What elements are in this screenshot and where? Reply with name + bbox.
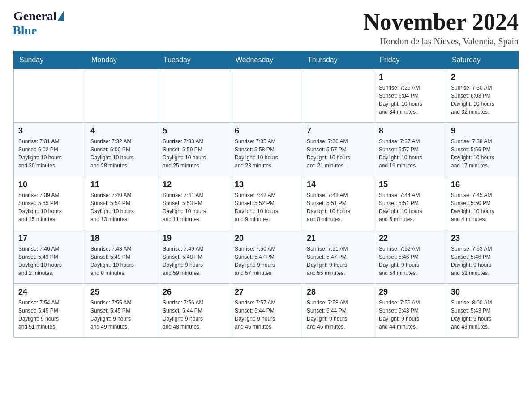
- calendar-cell: 19Sunrise: 7:49 AMSunset: 5:48 PMDayligh…: [158, 230, 230, 284]
- calendar-cell: 27Sunrise: 7:57 AMSunset: 5:44 PMDayligh…: [230, 284, 302, 338]
- calendar-cell: 13Sunrise: 7:42 AMSunset: 5:52 PMDayligh…: [230, 176, 302, 230]
- day-info: Sunrise: 7:57 AMSunset: 5:44 PMDaylight:…: [235, 299, 297, 331]
- day-info: Sunrise: 7:37 AMSunset: 5:57 PMDaylight:…: [379, 137, 442, 170]
- month-title: November 2024: [363, 9, 519, 34]
- day-number: 27: [235, 287, 297, 297]
- day-info: Sunrise: 7:53 AMSunset: 5:46 PMDaylight:…: [451, 245, 514, 277]
- day-info: Sunrise: 7:45 AMSunset: 5:50 PMDaylight:…: [451, 191, 514, 223]
- logo-blue-text: Blue: [13, 23, 37, 38]
- day-info: Sunrise: 7:38 AMSunset: 5:56 PMDaylight:…: [451, 137, 514, 170]
- calendar-cell: 10Sunrise: 7:39 AMSunset: 5:55 PMDayligh…: [14, 176, 86, 230]
- day-number: 17: [18, 234, 81, 243]
- day-info: Sunrise: 7:49 AMSunset: 5:48 PMDaylight:…: [163, 245, 225, 277]
- calendar-cell: 18Sunrise: 7:48 AMSunset: 5:49 PMDayligh…: [86, 230, 158, 284]
- calendar-cell: 26Sunrise: 7:56 AMSunset: 5:44 PMDayligh…: [158, 284, 230, 338]
- calendar-cell: [14, 69, 86, 123]
- calendar-cell: 8Sunrise: 7:37 AMSunset: 5:57 PMDaylight…: [374, 123, 446, 176]
- day-info: Sunrise: 7:46 AMSunset: 5:49 PMDaylight:…: [18, 245, 81, 277]
- calendar-cell: 7Sunrise: 7:36 AMSunset: 5:57 PMDaylight…: [302, 123, 374, 176]
- day-number: 14: [307, 180, 369, 189]
- calendar-cell: 28Sunrise: 7:58 AMSunset: 5:44 PMDayligh…: [302, 284, 374, 338]
- column-header-wednesday: Wednesday: [230, 51, 302, 69]
- day-info: Sunrise: 7:31 AMSunset: 6:02 PMDaylight:…: [18, 137, 81, 170]
- logo-general-text: General: [13, 9, 56, 23]
- logo-triangle-icon: [57, 11, 64, 21]
- calendar-cell: [86, 69, 158, 123]
- day-number: 24: [18, 287, 81, 297]
- calendar-cell: 29Sunrise: 7:59 AMSunset: 5:43 PMDayligh…: [374, 284, 446, 338]
- calendar-cell: 2Sunrise: 7:30 AMSunset: 6:03 PMDaylight…: [446, 69, 519, 123]
- day-number: 1: [379, 73, 442, 82]
- day-number: 26: [163, 287, 225, 297]
- calendar-cell: 6Sunrise: 7:35 AMSunset: 5:58 PMDaylight…: [230, 123, 302, 176]
- day-info: Sunrise: 7:51 AMSunset: 5:47 PMDaylight:…: [307, 245, 369, 277]
- calendar-cell: 16Sunrise: 7:45 AMSunset: 5:50 PMDayligh…: [446, 176, 519, 230]
- calendar-cell: 5Sunrise: 7:33 AMSunset: 5:59 PMDaylight…: [158, 123, 230, 176]
- day-number: 2: [451, 73, 514, 82]
- calendar-cell: 9Sunrise: 7:38 AMSunset: 5:56 PMDaylight…: [446, 123, 519, 176]
- logo: General Blue: [13, 9, 64, 38]
- day-info: Sunrise: 7:39 AMSunset: 5:55 PMDaylight:…: [18, 191, 81, 223]
- calendar-week-row: 1Sunrise: 7:29 AMSunset: 6:04 PMDaylight…: [14, 69, 519, 123]
- day-info: Sunrise: 8:00 AMSunset: 5:43 PMDaylight:…: [451, 299, 514, 331]
- column-header-tuesday: Tuesday: [158, 51, 230, 69]
- day-number: 8: [379, 126, 442, 136]
- day-info: Sunrise: 7:40 AMSunset: 5:54 PMDaylight:…: [90, 191, 153, 223]
- day-info: Sunrise: 7:48 AMSunset: 5:49 PMDaylight:…: [90, 245, 153, 277]
- day-info: Sunrise: 7:56 AMSunset: 5:44 PMDaylight:…: [163, 299, 225, 331]
- day-number: 11: [90, 180, 153, 189]
- page-header: General Blue November 2024 Hondon de las…: [13, 9, 519, 47]
- calendar-cell: 24Sunrise: 7:54 AMSunset: 5:45 PMDayligh…: [14, 284, 86, 338]
- day-info: Sunrise: 7:43 AMSunset: 5:51 PMDaylight:…: [307, 191, 369, 223]
- day-number: 16: [451, 180, 514, 189]
- day-number: 23: [451, 234, 514, 243]
- calendar-cell: 22Sunrise: 7:52 AMSunset: 5:46 PMDayligh…: [374, 230, 446, 284]
- day-info: Sunrise: 7:50 AMSunset: 5:47 PMDaylight:…: [235, 245, 297, 277]
- day-number: 18: [90, 234, 153, 243]
- calendar-cell: 25Sunrise: 7:55 AMSunset: 5:45 PMDayligh…: [86, 284, 158, 338]
- calendar-week-row: 24Sunrise: 7:54 AMSunset: 5:45 PMDayligh…: [14, 284, 519, 338]
- day-number: 7: [307, 126, 369, 136]
- column-header-monday: Monday: [86, 51, 158, 69]
- day-info: Sunrise: 7:35 AMSunset: 5:58 PMDaylight:…: [235, 137, 297, 170]
- day-info: Sunrise: 7:36 AMSunset: 5:57 PMDaylight:…: [307, 137, 369, 170]
- day-number: 3: [18, 126, 81, 136]
- day-number: 29: [379, 287, 442, 297]
- day-number: 22: [379, 234, 442, 243]
- column-header-thursday: Thursday: [302, 51, 374, 69]
- day-info: Sunrise: 7:29 AMSunset: 6:04 PMDaylight:…: [379, 84, 442, 116]
- day-info: Sunrise: 7:58 AMSunset: 5:44 PMDaylight:…: [307, 299, 369, 331]
- title-block: November 2024 Hondon de las Nieves, Vale…: [363, 9, 519, 47]
- calendar-cell: 17Sunrise: 7:46 AMSunset: 5:49 PMDayligh…: [14, 230, 86, 284]
- calendar-cell: 11Sunrise: 7:40 AMSunset: 5:54 PMDayligh…: [86, 176, 158, 230]
- day-info: Sunrise: 7:59 AMSunset: 5:43 PMDaylight:…: [379, 299, 442, 331]
- calendar-table: SundayMondayTuesdayWednesdayThursdayFrid…: [13, 51, 519, 338]
- day-info: Sunrise: 7:41 AMSunset: 5:53 PMDaylight:…: [163, 191, 225, 223]
- calendar-cell: [230, 69, 302, 123]
- day-number: 4: [90, 126, 153, 136]
- calendar-week-row: 3Sunrise: 7:31 AMSunset: 6:02 PMDaylight…: [14, 123, 519, 176]
- calendar-cell: 30Sunrise: 8:00 AMSunset: 5:43 PMDayligh…: [446, 284, 519, 338]
- calendar-header-row: SundayMondayTuesdayWednesdayThursdayFrid…: [14, 51, 519, 69]
- day-number: 15: [379, 180, 442, 189]
- calendar-cell: [302, 69, 374, 123]
- calendar-cell: 21Sunrise: 7:51 AMSunset: 5:47 PMDayligh…: [302, 230, 374, 284]
- column-header-saturday: Saturday: [446, 51, 519, 69]
- column-header-sunday: Sunday: [14, 51, 86, 69]
- column-header-friday: Friday: [374, 51, 446, 69]
- calendar-cell: 4Sunrise: 7:32 AMSunset: 6:00 PMDaylight…: [86, 123, 158, 176]
- day-info: Sunrise: 7:33 AMSunset: 5:59 PMDaylight:…: [163, 137, 225, 170]
- calendar-cell: 3Sunrise: 7:31 AMSunset: 6:02 PMDaylight…: [14, 123, 86, 176]
- day-number: 10: [18, 180, 81, 189]
- day-number: 13: [235, 180, 297, 189]
- day-info: Sunrise: 7:44 AMSunset: 5:51 PMDaylight:…: [379, 191, 442, 223]
- calendar-cell: 15Sunrise: 7:44 AMSunset: 5:51 PMDayligh…: [374, 176, 446, 230]
- day-number: 25: [90, 287, 153, 297]
- day-info: Sunrise: 7:55 AMSunset: 5:45 PMDaylight:…: [90, 299, 153, 331]
- calendar-cell: 20Sunrise: 7:50 AMSunset: 5:47 PMDayligh…: [230, 230, 302, 284]
- calendar-cell: 1Sunrise: 7:29 AMSunset: 6:04 PMDaylight…: [374, 69, 446, 123]
- day-number: 20: [235, 234, 297, 243]
- calendar-cell: 23Sunrise: 7:53 AMSunset: 5:46 PMDayligh…: [446, 230, 519, 284]
- day-info: Sunrise: 7:32 AMSunset: 6:00 PMDaylight:…: [90, 137, 153, 170]
- day-info: Sunrise: 7:30 AMSunset: 6:03 PMDaylight:…: [451, 84, 514, 116]
